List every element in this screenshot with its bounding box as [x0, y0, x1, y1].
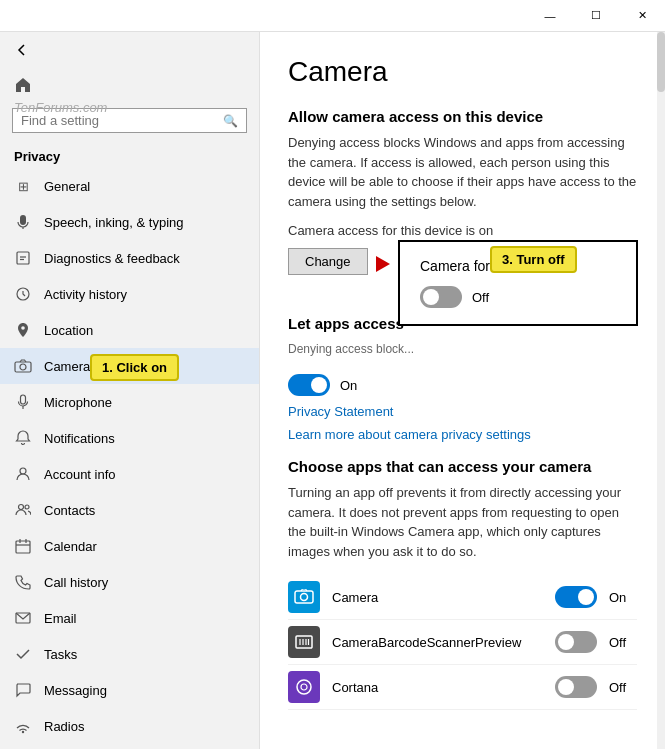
cortana-app-toggle-label: Off [609, 680, 637, 695]
allow-section-title: Allow camera access on this device [288, 108, 637, 125]
sidebar-item-tasks[interactable]: Tasks [0, 636, 259, 672]
account-icon [14, 465, 32, 483]
change-section: Change 2. Click on Camera for this devic… [288, 248, 368, 295]
main-content: Camera Allow camera access on this devic… [260, 32, 665, 749]
sidebar-label-tasks: Tasks [44, 647, 77, 662]
maximize-button[interactable]: ☐ [573, 0, 619, 32]
sidebar-item-diagnostics[interactable]: Diagnostics & feedback [0, 240, 259, 276]
sidebar-item-activity[interactable]: Activity history [0, 276, 259, 312]
sidebar-item-callhistory[interactable]: Call history [0, 564, 259, 600]
learn-more-link[interactable]: Learn more about camera privacy settings [288, 427, 637, 442]
sidebar-item-messaging[interactable]: Messaging [0, 672, 259, 708]
sidebar-item-microphone[interactable]: Microphone [0, 384, 259, 420]
barcode-app-toggle-label: Off [609, 635, 637, 650]
barcode-app-toggle[interactable] [555, 631, 597, 653]
camera-icon [14, 357, 32, 375]
svg-point-26 [301, 684, 307, 690]
search-box[interactable]: 🔍 [12, 108, 247, 133]
general-icon: ⊞ [14, 177, 32, 195]
sidebar-item-contacts[interactable]: Contacts [0, 492, 259, 528]
camera-app-name: Camera [332, 590, 543, 605]
home-icon [14, 76, 32, 94]
minimize-button[interactable]: — [527, 0, 573, 32]
svg-point-10 [19, 505, 24, 510]
camera-app-icon [288, 581, 320, 613]
speech-icon [14, 213, 32, 231]
sidebar-item-email[interactable]: Email [0, 600, 259, 636]
sidebar-item-notifications[interactable]: Notifications [0, 420, 259, 456]
back-button[interactable] [0, 32, 259, 68]
radios-icon [14, 717, 32, 735]
contacts-icon [14, 501, 32, 519]
back-icon [14, 42, 30, 58]
apps-toggle-label: On [340, 378, 357, 393]
scrollbar-track [657, 32, 665, 749]
svg-point-5 [21, 326, 25, 330]
notifications-icon [14, 429, 32, 447]
popup-toggle-row: Off 3. Turn off [420, 286, 616, 308]
email-icon [14, 609, 32, 627]
sidebar-item-general[interactable]: ⊞ General [0, 168, 259, 204]
microphone-icon [14, 393, 32, 411]
sidebar-label-notifications: Notifications [44, 431, 115, 446]
sidebar-item-speech[interactable]: Speech, inking, & typing [0, 204, 259, 240]
cortana-app-toggle[interactable] [555, 676, 597, 698]
camera-app-svg [294, 589, 314, 605]
allow-section-desc: Denying access blocks Windows and apps f… [288, 133, 637, 211]
svg-rect-12 [16, 541, 30, 553]
apps-toggle-row: On [288, 374, 637, 396]
annotation-turnoff: 3. Turn off [490, 246, 577, 273]
sidebar-label-camera: Camera [44, 359, 90, 374]
choose-apps-desc: Turning an app off prevents it from dire… [288, 483, 637, 561]
sidebar: 🔍 TenForums.com Privacy ⊞ General Speech… [0, 32, 260, 749]
barcode-app-name: CameraBarcodeScannerPreview [332, 635, 543, 650]
svg-rect-1 [17, 252, 29, 264]
svg-point-25 [297, 680, 311, 694]
camera-status: Camera access for this device is on [288, 223, 637, 238]
sidebar-label-diagnostics: Diagnostics & feedback [44, 251, 180, 266]
sidebar-label-location: Location [44, 323, 93, 338]
camera-app-toggle[interactable] [555, 586, 597, 608]
svg-point-9 [20, 468, 26, 474]
search-input[interactable] [21, 113, 223, 128]
popup-toggle-label: Off [472, 290, 489, 305]
app-row-barcode: CameraBarcodeScannerPreview Off [288, 620, 637, 665]
sidebar-label-microphone: Microphone [44, 395, 112, 410]
app-row-cortana: Cortana Off [288, 665, 637, 710]
popup-box: Camera for this device Off 3. Turn off [398, 240, 638, 326]
change-button[interactable]: Change [288, 248, 368, 275]
sidebar-label-contacts: Contacts [44, 503, 95, 518]
camera-app-toggle-label: On [609, 590, 637, 605]
messaging-icon [14, 681, 32, 699]
sidebar-item-account[interactable]: Account info [0, 456, 259, 492]
sidebar-label-activity: Activity history [44, 287, 127, 302]
sidebar-item-radios[interactable]: Radios [0, 708, 259, 744]
title-bar: — ☐ ✕ [0, 0, 665, 32]
popup-toggle[interactable] [420, 286, 462, 308]
sidebar-camera-wrapper: Camera 1. Click on [0, 348, 259, 384]
sidebar-section-title: Privacy [0, 139, 259, 168]
privacy-statement-link[interactable]: Privacy Statement [288, 404, 637, 419]
content-area: 🔍 TenForums.com Privacy ⊞ General Speech… [0, 32, 665, 749]
close-button[interactable]: ✕ [619, 0, 665, 32]
svg-rect-20 [296, 636, 312, 648]
sidebar-item-calendar[interactable]: Calendar [0, 528, 259, 564]
sidebar-label-calendar: Calendar [44, 539, 97, 554]
sidebar-item-location[interactable]: Location [0, 312, 259, 348]
home-button[interactable] [0, 68, 259, 102]
cortana-app-icon [288, 671, 320, 703]
scrollbar-thumb[interactable] [657, 32, 665, 92]
apps-toggle[interactable] [288, 374, 330, 396]
page-title: Camera [288, 56, 637, 88]
callhistory-icon [14, 573, 32, 591]
cortana-app-name: Cortana [332, 680, 543, 695]
svg-point-17 [22, 731, 24, 733]
search-icon: 🔍 [223, 114, 238, 128]
tasks-icon [14, 645, 32, 663]
svg-point-11 [25, 505, 29, 509]
sidebar-label-messaging: Messaging [44, 683, 107, 698]
location-icon [14, 321, 32, 339]
window: — ☐ ✕ 🔍 TenForums.com Privacy ⊞ General [0, 0, 665, 749]
let-apps-desc: Denying access block... [288, 340, 637, 358]
barcode-app-svg [294, 634, 314, 650]
